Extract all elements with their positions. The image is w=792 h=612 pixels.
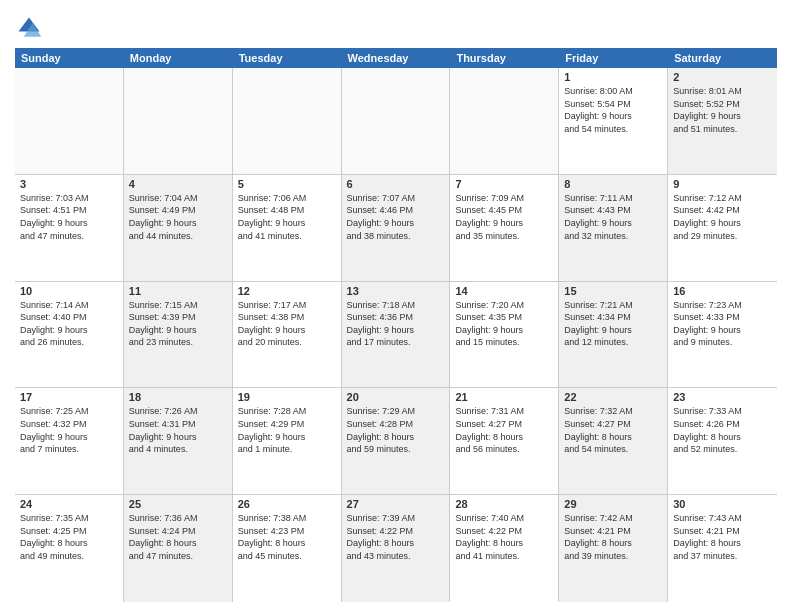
calendar-cell: 18Sunrise: 7:26 AM Sunset: 4:31 PM Dayli… xyxy=(124,388,233,494)
calendar-cell: 24Sunrise: 7:35 AM Sunset: 4:25 PM Dayli… xyxy=(15,495,124,602)
calendar-cell: 11Sunrise: 7:15 AM Sunset: 4:39 PM Dayli… xyxy=(124,282,233,388)
calendar-cell: 30Sunrise: 7:43 AM Sunset: 4:21 PM Dayli… xyxy=(668,495,777,602)
calendar-cell xyxy=(342,68,451,174)
calendar-cell xyxy=(15,68,124,174)
cell-detail: Sunrise: 7:32 AM Sunset: 4:27 PM Dayligh… xyxy=(564,405,662,455)
logo-icon xyxy=(15,14,43,42)
calendar-cell: 22Sunrise: 7:32 AM Sunset: 4:27 PM Dayli… xyxy=(559,388,668,494)
cell-detail: Sunrise: 7:09 AM Sunset: 4:45 PM Dayligh… xyxy=(455,192,553,242)
cell-detail: Sunrise: 7:12 AM Sunset: 4:42 PM Dayligh… xyxy=(673,192,772,242)
day-number: 6 xyxy=(347,178,445,190)
calendar-cell: 25Sunrise: 7:36 AM Sunset: 4:24 PM Dayli… xyxy=(124,495,233,602)
calendar: SundayMondayTuesdayWednesdayThursdayFrid… xyxy=(15,48,777,602)
cell-detail: Sunrise: 7:20 AM Sunset: 4:35 PM Dayligh… xyxy=(455,299,553,349)
calendar-cell: 16Sunrise: 7:23 AM Sunset: 4:33 PM Dayli… xyxy=(668,282,777,388)
day-number: 24 xyxy=(20,498,118,510)
header xyxy=(15,10,777,42)
cell-detail: Sunrise: 7:42 AM Sunset: 4:21 PM Dayligh… xyxy=(564,512,662,562)
calendar-cell: 21Sunrise: 7:31 AM Sunset: 4:27 PM Dayli… xyxy=(450,388,559,494)
calendar-cell: 2Sunrise: 8:01 AM Sunset: 5:52 PM Daylig… xyxy=(668,68,777,174)
day-number: 22 xyxy=(564,391,662,403)
cell-detail: Sunrise: 7:33 AM Sunset: 4:26 PM Dayligh… xyxy=(673,405,772,455)
calendar-cell: 28Sunrise: 7:40 AM Sunset: 4:22 PM Dayli… xyxy=(450,495,559,602)
weekday-header: Sunday xyxy=(15,48,124,68)
day-number: 26 xyxy=(238,498,336,510)
day-number: 18 xyxy=(129,391,227,403)
calendar-cell: 13Sunrise: 7:18 AM Sunset: 4:36 PM Dayli… xyxy=(342,282,451,388)
calendar-cell: 7Sunrise: 7:09 AM Sunset: 4:45 PM Daylig… xyxy=(450,175,559,281)
calendar-cell: 27Sunrise: 7:39 AM Sunset: 4:22 PM Dayli… xyxy=(342,495,451,602)
day-number: 13 xyxy=(347,285,445,297)
calendar-cell: 1Sunrise: 8:00 AM Sunset: 5:54 PM Daylig… xyxy=(559,68,668,174)
cell-detail: Sunrise: 7:07 AM Sunset: 4:46 PM Dayligh… xyxy=(347,192,445,242)
day-number: 2 xyxy=(673,71,772,83)
cell-detail: Sunrise: 8:01 AM Sunset: 5:52 PM Dayligh… xyxy=(673,85,772,135)
calendar-cell: 14Sunrise: 7:20 AM Sunset: 4:35 PM Dayli… xyxy=(450,282,559,388)
day-number: 14 xyxy=(455,285,553,297)
cell-detail: Sunrise: 7:17 AM Sunset: 4:38 PM Dayligh… xyxy=(238,299,336,349)
logo xyxy=(15,14,47,42)
day-number: 3 xyxy=(20,178,118,190)
weekday-header: Friday xyxy=(559,48,668,68)
day-number: 4 xyxy=(129,178,227,190)
cell-detail: Sunrise: 7:39 AM Sunset: 4:22 PM Dayligh… xyxy=(347,512,445,562)
cell-detail: Sunrise: 7:03 AM Sunset: 4:51 PM Dayligh… xyxy=(20,192,118,242)
calendar-header: SundayMondayTuesdayWednesdayThursdayFrid… xyxy=(15,48,777,68)
day-number: 20 xyxy=(347,391,445,403)
day-number: 17 xyxy=(20,391,118,403)
cell-detail: Sunrise: 7:36 AM Sunset: 4:24 PM Dayligh… xyxy=(129,512,227,562)
calendar-cell: 9Sunrise: 7:12 AM Sunset: 4:42 PM Daylig… xyxy=(668,175,777,281)
cell-detail: Sunrise: 7:31 AM Sunset: 4:27 PM Dayligh… xyxy=(455,405,553,455)
cell-detail: Sunrise: 8:00 AM Sunset: 5:54 PM Dayligh… xyxy=(564,85,662,135)
day-number: 30 xyxy=(673,498,772,510)
calendar-cell: 17Sunrise: 7:25 AM Sunset: 4:32 PM Dayli… xyxy=(15,388,124,494)
calendar-cell: 12Sunrise: 7:17 AM Sunset: 4:38 PM Dayli… xyxy=(233,282,342,388)
weekday-header: Monday xyxy=(124,48,233,68)
cell-detail: Sunrise: 7:14 AM Sunset: 4:40 PM Dayligh… xyxy=(20,299,118,349)
calendar-cell xyxy=(450,68,559,174)
cell-detail: Sunrise: 7:35 AM Sunset: 4:25 PM Dayligh… xyxy=(20,512,118,562)
cell-detail: Sunrise: 7:04 AM Sunset: 4:49 PM Dayligh… xyxy=(129,192,227,242)
day-number: 19 xyxy=(238,391,336,403)
cell-detail: Sunrise: 7:11 AM Sunset: 4:43 PM Dayligh… xyxy=(564,192,662,242)
day-number: 10 xyxy=(20,285,118,297)
day-number: 7 xyxy=(455,178,553,190)
cell-detail: Sunrise: 7:43 AM Sunset: 4:21 PM Dayligh… xyxy=(673,512,772,562)
calendar-row: 1Sunrise: 8:00 AM Sunset: 5:54 PM Daylig… xyxy=(15,68,777,175)
calendar-cell: 20Sunrise: 7:29 AM Sunset: 4:28 PM Dayli… xyxy=(342,388,451,494)
calendar-cell xyxy=(233,68,342,174)
cell-detail: Sunrise: 7:28 AM Sunset: 4:29 PM Dayligh… xyxy=(238,405,336,455)
calendar-cell: 8Sunrise: 7:11 AM Sunset: 4:43 PM Daylig… xyxy=(559,175,668,281)
calendar-row: 24Sunrise: 7:35 AM Sunset: 4:25 PM Dayli… xyxy=(15,495,777,602)
cell-detail: Sunrise: 7:15 AM Sunset: 4:39 PM Dayligh… xyxy=(129,299,227,349)
calendar-cell: 23Sunrise: 7:33 AM Sunset: 4:26 PM Dayli… xyxy=(668,388,777,494)
cell-detail: Sunrise: 7:29 AM Sunset: 4:28 PM Dayligh… xyxy=(347,405,445,455)
cell-detail: Sunrise: 7:38 AM Sunset: 4:23 PM Dayligh… xyxy=(238,512,336,562)
cell-detail: Sunrise: 7:23 AM Sunset: 4:33 PM Dayligh… xyxy=(673,299,772,349)
day-number: 28 xyxy=(455,498,553,510)
calendar-body: 1Sunrise: 8:00 AM Sunset: 5:54 PM Daylig… xyxy=(15,68,777,602)
calendar-cell: 10Sunrise: 7:14 AM Sunset: 4:40 PM Dayli… xyxy=(15,282,124,388)
cell-detail: Sunrise: 7:26 AM Sunset: 4:31 PM Dayligh… xyxy=(129,405,227,455)
calendar-row: 3Sunrise: 7:03 AM Sunset: 4:51 PM Daylig… xyxy=(15,175,777,282)
day-number: 5 xyxy=(238,178,336,190)
calendar-cell: 29Sunrise: 7:42 AM Sunset: 4:21 PM Dayli… xyxy=(559,495,668,602)
calendar-row: 17Sunrise: 7:25 AM Sunset: 4:32 PM Dayli… xyxy=(15,388,777,495)
calendar-cell: 26Sunrise: 7:38 AM Sunset: 4:23 PM Dayli… xyxy=(233,495,342,602)
day-number: 21 xyxy=(455,391,553,403)
calendar-cell: 19Sunrise: 7:28 AM Sunset: 4:29 PM Dayli… xyxy=(233,388,342,494)
page: SundayMondayTuesdayWednesdayThursdayFrid… xyxy=(0,0,792,612)
day-number: 15 xyxy=(564,285,662,297)
weekday-header: Wednesday xyxy=(342,48,451,68)
weekday-header: Thursday xyxy=(450,48,559,68)
day-number: 25 xyxy=(129,498,227,510)
day-number: 9 xyxy=(673,178,772,190)
cell-detail: Sunrise: 7:18 AM Sunset: 4:36 PM Dayligh… xyxy=(347,299,445,349)
weekday-header: Saturday xyxy=(668,48,777,68)
calendar-cell: 3Sunrise: 7:03 AM Sunset: 4:51 PM Daylig… xyxy=(15,175,124,281)
calendar-cell: 4Sunrise: 7:04 AM Sunset: 4:49 PM Daylig… xyxy=(124,175,233,281)
day-number: 29 xyxy=(564,498,662,510)
calendar-cell: 15Sunrise: 7:21 AM Sunset: 4:34 PM Dayli… xyxy=(559,282,668,388)
day-number: 12 xyxy=(238,285,336,297)
calendar-cell xyxy=(124,68,233,174)
